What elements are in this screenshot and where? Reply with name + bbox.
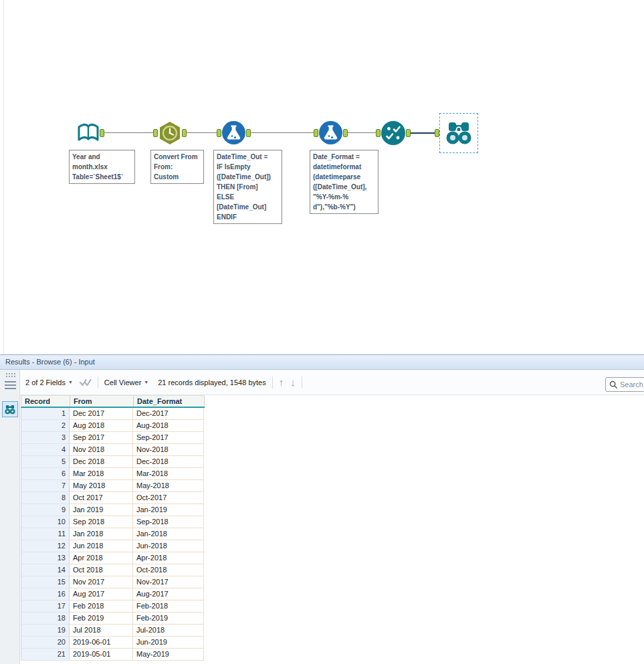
record-number-cell[interactable]: 21 [21,649,70,661]
record-number-cell[interactable]: 8 [21,492,70,504]
data-cell[interactable]: Aug-2018 [133,420,204,432]
column-header-from[interactable]: From [70,395,134,407]
output-anchor-datetime[interactable] [182,129,187,137]
tool-annotation-input[interactable]: Year and month.xlsx Table=`Sheet1$` [69,150,135,184]
table-row[interactable]: 2Aug 2018Aug-2018 [21,420,204,432]
table-row[interactable]: 15Nov 2017Nov-2017 [21,576,204,588]
data-cell[interactable]: Sep 2018 [70,516,133,528]
data-cell[interactable]: Apr-2018 [133,552,204,564]
table-row[interactable]: 11Jan 2018Jan-2018 [21,528,204,540]
table-row[interactable]: 16Aug 2017Aug-2017 [21,588,204,600]
record-number-cell[interactable]: 12 [21,540,70,552]
table-row[interactable]: 6Mar 2018Mar-2018 [21,468,204,480]
input-anchor-browse[interactable] [435,129,439,137]
record-number-cell[interactable]: 14 [21,564,70,576]
data-cell[interactable]: May 2018 [70,480,133,492]
column-header-record[interactable]: Record [21,395,70,407]
data-cell[interactable]: Apr 2018 [70,552,133,564]
scroll-down-button[interactable]: ↓ [290,377,296,387]
table-row[interactable]: 212019-05-01May-2019 [21,649,204,661]
record-number-cell[interactable]: 2 [21,420,70,432]
table-row[interactable]: 9Jan 2019Jan-2019 [21,504,204,516]
connection-formula1-to-formula2[interactable] [251,132,314,133]
record-number-cell[interactable]: 19 [21,625,70,637]
output-anchor-select[interactable] [406,129,411,137]
record-number-cell[interactable]: 1 [21,408,70,420]
cell-viewer-dropdown[interactable]: Cell Viewer ▼ [104,378,148,386]
input-anchor-select[interactable] [376,129,381,137]
datetime-tool[interactable] [158,121,182,145]
data-cell[interactable]: Feb-2019 [133,613,204,625]
table-row[interactable]: 13Apr 2018Apr-2018 [21,552,204,564]
output-anchor-formula2[interactable] [343,129,348,137]
data-cell[interactable]: 2019-06-01 [70,637,133,649]
data-cell[interactable]: Feb-2018 [133,600,204,613]
table-row[interactable]: 8Oct 2017Oct-2017 [21,492,204,504]
connection-input-to-datetime[interactable] [104,132,153,133]
search-input[interactable]: Search [605,377,644,392]
data-cell[interactable]: Nov 2018 [70,444,133,456]
data-cell[interactable]: Oct-2017 [133,492,204,504]
data-cell[interactable]: Oct 2018 [70,564,133,576]
input-anchor-datetime[interactable] [153,129,158,137]
column-header-date-format[interactable]: Date_Format [134,395,205,407]
data-cell[interactable]: Dec-2017 [133,408,204,420]
record-number-cell[interactable]: 17 [21,600,70,613]
browse-view-toggle-selected[interactable] [2,401,18,417]
data-cell[interactable]: Oct-2018 [133,564,204,576]
table-row[interactable]: 12Jun 2018Jun-2018 [21,540,204,552]
data-cell[interactable]: Jan 2019 [70,504,133,516]
data-cell[interactable]: Nov 2017 [70,576,133,588]
input-anchor-formula1[interactable] [217,129,221,137]
record-number-cell[interactable]: 7 [21,480,70,492]
data-cell[interactable]: Aug 2017 [70,588,133,600]
record-number-cell[interactable]: 20 [21,637,70,649]
input-data-tool[interactable] [76,121,101,146]
formula-tool-1[interactable] [221,120,246,145]
tool-annotation-datetime[interactable]: Convert From From: Custom [150,150,204,184]
data-cell[interactable]: May-2019 [133,649,204,661]
record-number-cell[interactable]: 5 [21,456,70,468]
data-cell[interactable]: Sep-2017 [133,432,204,444]
data-cell[interactable]: Aug 2018 [70,420,133,432]
data-cell[interactable]: Dec 2017 [70,408,133,420]
table-row[interactable]: 18Feb 2019Feb-2019 [21,613,204,625]
data-cell[interactable]: Jun-2018 [133,540,204,552]
table-row[interactable]: 202019-06-01Jun-2019 [21,637,204,649]
data-cell[interactable]: 2019-05-01 [70,649,133,661]
data-cell[interactable]: Mar 2018 [70,468,133,480]
connection-formula2-to-select[interactable] [348,132,376,133]
strip-grip-handle[interactable] [5,372,15,377]
record-number-cell[interactable]: 11 [21,528,70,540]
data-cell[interactable]: Dec 2018 [70,456,133,468]
scroll-up-button[interactable]: ↑ [279,377,284,387]
data-cell[interactable]: Aug-2017 [133,588,204,600]
connection-datetime-to-formula1[interactable] [187,132,217,133]
select-tool[interactable] [381,120,406,146]
table-row[interactable]: 19Jul 2018Jul-2018 [21,625,204,637]
table-row[interactable]: 5Dec 2018Dec-2018 [21,456,204,468]
output-anchor-formula1[interactable] [246,129,251,137]
tool-annotation-formula2[interactable]: Date_Format = datetimeformat (datetimepa… [310,150,379,214]
record-number-cell[interactable]: 18 [21,613,70,625]
tool-annotation-formula1[interactable]: DateTime_Out = IF IsEmpty ([DateTime_Out… [213,150,282,224]
data-cell[interactable]: Oct 2017 [70,492,133,504]
results-config-icon[interactable] [5,381,16,391]
record-number-cell[interactable]: 3 [21,432,70,444]
data-cell[interactable]: Nov-2017 [133,576,204,588]
table-row[interactable]: 1Dec 2017Dec-2017 [21,408,204,420]
record-number-cell[interactable]: 13 [21,552,70,564]
data-cell[interactable]: Mar-2018 [133,468,204,480]
workflow-canvas[interactable]: Year and month.xlsx Table=`Sheet1$` Conv… [0,0,644,354]
data-cell[interactable]: Jan-2018 [133,528,204,540]
data-cell[interactable]: Jan-2019 [133,504,204,516]
data-cell[interactable]: Nov-2018 [133,444,204,456]
record-number-cell[interactable]: 15 [21,576,70,588]
table-row[interactable]: 17Feb 2018Feb-2018 [21,600,204,613]
formula-tool-2[interactable] [318,120,343,145]
data-cell[interactable]: Jun 2018 [70,540,133,552]
data-cell[interactable]: Feb 2018 [70,600,133,613]
data-cell[interactable]: Feb 2019 [70,613,133,625]
data-cell[interactable]: Jul 2018 [70,625,133,637]
record-number-cell[interactable]: 10 [21,516,70,528]
